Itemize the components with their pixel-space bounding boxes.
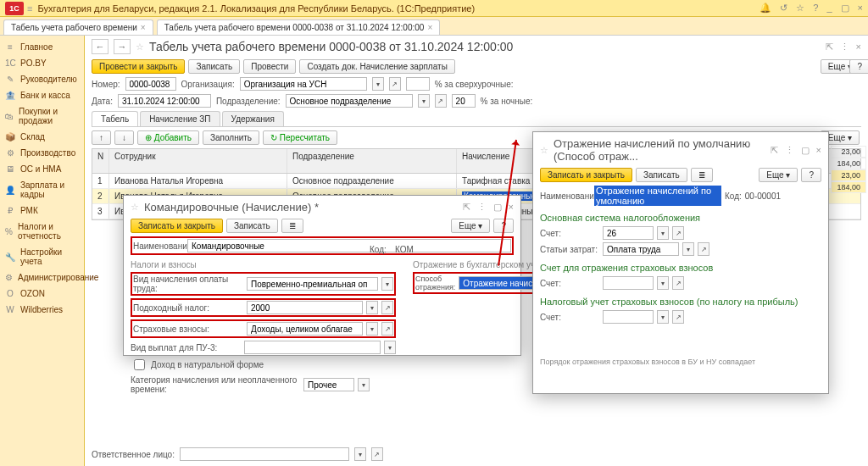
up-button[interactable]: ↑	[92, 130, 111, 145]
date-field[interactable]	[118, 94, 211, 108]
tab-close-icon[interactable]: ×	[427, 23, 432, 32]
close-icon[interactable]: ×	[509, 202, 514, 213]
subtab-tabel[interactable]: Табель	[92, 111, 138, 126]
sidebar-item[interactable]: ₽РМК	[0, 202, 84, 219]
history-icon[interactable]: ↺	[780, 3, 787, 14]
fill-button[interactable]: Заполнить	[203, 130, 259, 145]
dropdown-icon[interactable]: ▾	[384, 341, 396, 354]
acc2-field[interactable]	[603, 276, 654, 290]
org-field[interactable]	[240, 77, 367, 91]
list-button[interactable]: ≣	[691, 168, 713, 182]
open-icon[interactable]: ↗	[698, 242, 709, 256]
f3-field[interactable]	[247, 322, 363, 336]
open-icon[interactable]: ↗	[672, 226, 684, 240]
sidebar-item[interactable]: OOZON	[0, 286, 84, 302]
link-icon[interactable]: ⇱	[826, 42, 833, 53]
help-button[interactable]: ?	[801, 168, 821, 182]
restore-icon[interactable]: ▢	[801, 145, 810, 156]
maximize-icon[interactable]: ▢	[841, 3, 849, 14]
org-open-icon[interactable]: ↗	[389, 77, 401, 91]
recalc-button[interactable]: ↻ Пересчитать	[263, 130, 337, 145]
list-button[interactable]: ≣	[281, 219, 303, 233]
dropdown-icon[interactable]: ▾	[657, 226, 669, 240]
sidebar-item[interactable]: 📦Склад	[0, 129, 84, 145]
dropdown-icon[interactable]: ▾	[657, 276, 669, 290]
dropdown-icon[interactable]: ▾	[657, 310, 669, 324]
close-icon[interactable]: ×	[816, 145, 821, 156]
forward-button[interactable]: →	[114, 39, 131, 54]
overtime-field[interactable]	[406, 77, 430, 91]
sidebar-item[interactable]: 🛍Покупки и продажи	[0, 103, 84, 129]
resp-open-icon[interactable]: ↗	[371, 447, 383, 461]
sidebar-item[interactable]: %Налоги и отчетность	[0, 219, 84, 244]
menu-icon[interactable]: ⋮	[477, 202, 487, 213]
back-button[interactable]: ←	[92, 39, 108, 54]
dept-field[interactable]	[286, 94, 413, 108]
tab-close-icon[interactable]: ×	[141, 23, 146, 32]
sidebar-item[interactable]: 👤Зарплата и кадры	[0, 177, 84, 202]
open-icon[interactable]: ↗	[672, 310, 684, 324]
write-button[interactable]: Записать	[226, 219, 278, 233]
post-close-button[interactable]: Провести и закрыть	[92, 59, 185, 74]
write-button[interactable]: Записать	[636, 168, 687, 182]
open-icon[interactable]: ↗	[381, 301, 393, 314]
restore-icon[interactable]: ▢	[493, 202, 502, 213]
night-field[interactable]	[452, 94, 476, 108]
name-field[interactable]	[187, 239, 511, 252]
post-button[interactable]: Провести	[243, 59, 296, 74]
fav-icon[interactable]: ☆	[540, 145, 548, 156]
dropdown-icon[interactable]: ▾	[381, 277, 393, 291]
dept-open-icon[interactable]: ↗	[435, 94, 447, 108]
close-page-icon[interactable]: ×	[856, 42, 861, 53]
help-button[interactable]: ?	[849, 59, 868, 74]
f5-field[interactable]	[244, 341, 381, 354]
open-icon[interactable]: ↗	[672, 276, 684, 290]
org-dropdown-icon[interactable]: ▾	[372, 77, 384, 91]
open-icon[interactable]: ↗	[381, 322, 393, 336]
bell-icon[interactable]: 🔔	[760, 3, 771, 14]
close-icon[interactable]: ×	[858, 3, 863, 14]
sidebar-item[interactable]: 1СPO.BY	[0, 55, 84, 71]
f1-field[interactable]	[247, 277, 378, 291]
star-icon[interactable]: ☆	[796, 3, 804, 14]
more-button[interactable]: Еще ▾	[451, 219, 490, 233]
sidebar-item[interactable]: ✎Руководителю	[0, 71, 84, 87]
dropdown-icon[interactable]: ▾	[358, 378, 370, 391]
link-icon[interactable]: ⇱	[771, 145, 778, 156]
menu-icon[interactable]: ⋮	[840, 42, 849, 53]
resp-field[interactable]	[180, 447, 349, 461]
cost-field[interactable]	[603, 242, 679, 256]
fav-icon[interactable]: ☆	[136, 42, 144, 53]
sidebar-item[interactable]: 🖥ОС и НМА	[0, 161, 84, 177]
more-button[interactable]: Еще ▾	[759, 168, 798, 182]
help-icon[interactable]: ?	[813, 3, 818, 14]
acc-field[interactable]	[603, 226, 654, 240]
menu-icon[interactable]: ⋮	[785, 145, 794, 156]
minimize-icon[interactable]: _	[826, 3, 832, 14]
sidebar-item[interactable]: 🏦Банк и касса	[0, 87, 84, 103]
down-button[interactable]: ↓	[114, 130, 134, 145]
save-close-button[interactable]: Записать и закрыть	[540, 168, 632, 182]
natural-checkbox[interactable]	[134, 359, 145, 370]
dept-dropdown-icon[interactable]: ▾	[418, 94, 430, 108]
sidebar-item[interactable]: ⚙Производство	[0, 145, 84, 161]
create-doc-button[interactable]: Создать док. Начисление зарплаты	[299, 59, 454, 74]
add-button[interactable]: ⊕ Добавить	[137, 130, 199, 145]
f6-field[interactable]	[303, 378, 354, 391]
f2-field[interactable]	[247, 301, 363, 314]
number-field[interactable]	[125, 77, 176, 91]
save-close-button[interactable]: Записать и закрыть	[131, 219, 223, 233]
sidebar-item[interactable]: WWildberries	[0, 302, 84, 318]
tab-1[interactable]: Табель учета рабочего времени 0000-0038 …	[157, 19, 441, 35]
sidebar-item[interactable]: 🔧Настройки учета	[0, 244, 84, 269]
dropdown-icon[interactable]: ▾	[366, 322, 378, 336]
write-button[interactable]: Записать	[188, 59, 240, 74]
dropdown-icon[interactable]: ▾	[682, 242, 694, 256]
name-field[interactable]: Отражение начислений по умолчанию	[594, 186, 721, 206]
subtab-zp[interactable]: Начисление ЗП	[140, 111, 220, 126]
tab-0[interactable]: Табель учета рабочего времени×	[3, 19, 153, 35]
dropdown-icon[interactable]: ▾	[366, 301, 378, 314]
fav-icon[interactable]: ☆	[131, 202, 139, 213]
acc3-field[interactable]	[603, 310, 654, 324]
subtab-hold[interactable]: Удержания	[222, 111, 284, 126]
